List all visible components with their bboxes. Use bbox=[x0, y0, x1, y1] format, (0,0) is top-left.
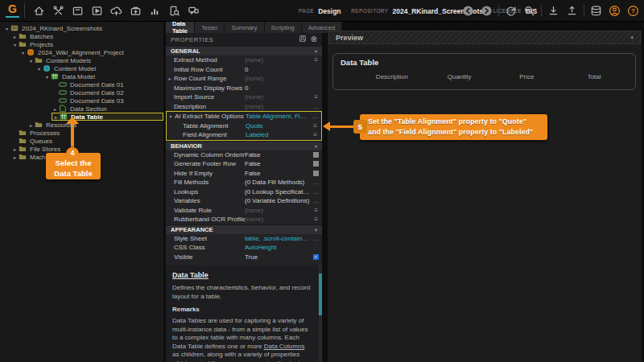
download-icon[interactable] bbox=[547, 4, 560, 18]
checkbox-cell[interactable] bbox=[310, 152, 322, 158]
tree-node[interactable]: ▾2024_Wiki_Alignment_Project bbox=[19, 48, 126, 56]
chevron-right-icon[interactable]: ▸ bbox=[11, 34, 19, 39]
chevron-down-icon[interactable]: ▾ bbox=[315, 227, 317, 232]
tree-node[interactable]: Document Date 02 bbox=[52, 88, 126, 97]
menu-icon[interactable]: ≡ bbox=[310, 93, 322, 101]
property-value[interactable]: 0 bbox=[245, 66, 310, 73]
chat-icon[interactable] bbox=[187, 4, 200, 18]
sidebar-item-document-date-03[interactable]: Document Date 03 bbox=[0, 97, 163, 105]
sidebar-item-data-table[interactable]: ▸Data Table bbox=[0, 113, 163, 121]
property-row-import-source[interactable]: Import Source(none)≡ bbox=[166, 93, 322, 102]
help-scrollbar[interactable] bbox=[319, 265, 322, 362]
sidebar-item-projects[interactable]: ▾Projects bbox=[0, 40, 163, 48]
tab-data-table[interactable]: Data Table bbox=[166, 22, 195, 33]
ellipsis-icon[interactable]: … bbox=[310, 103, 322, 110]
property-row-dynamic-column-ordering[interactable]: Dynamic Column OrderingFalse bbox=[166, 150, 322, 160]
menu-icon[interactable]: ≡ bbox=[310, 216, 322, 223]
batch-archive-icon[interactable] bbox=[71, 4, 85, 18]
checkbox-unchecked[interactable] bbox=[313, 161, 319, 167]
property-row-field-alignment[interactable]: Field AlignmentLabeled≡ bbox=[167, 130, 321, 140]
property-value[interactable]: False bbox=[245, 160, 310, 167]
database-icon[interactable] bbox=[589, 4, 603, 18]
preview-data-table[interactable]: Data Table DescriptionQuantityPriceTotal bbox=[332, 53, 636, 90]
chevron-down-icon[interactable]: ▾ bbox=[43, 74, 51, 80]
chevron-down-icon[interactable]: ▾ bbox=[19, 50, 27, 56]
data-columns-link[interactable]: Data Columns bbox=[264, 343, 305, 350]
chevron-right-icon[interactable]: ▸ bbox=[11, 146, 19, 152]
property-value[interactable]: False bbox=[245, 151, 310, 158]
property-row-row-count-range[interactable]: ▸Row Count Range(none) bbox=[166, 74, 322, 84]
property-value[interactable]: Labeled bbox=[246, 131, 309, 138]
tools-icon[interactable] bbox=[52, 4, 65, 18]
chevron-right-icon[interactable]: ▸ bbox=[11, 154, 19, 160]
back-circle-icon[interactable] bbox=[461, 4, 475, 18]
property-row-extract-method[interactable]: Extract Method(none)≡ bbox=[166, 56, 322, 65]
refresh-icon[interactable] bbox=[504, 4, 518, 18]
property-value[interactable]: AutoHeight bbox=[245, 244, 310, 251]
save-icon[interactable] bbox=[299, 35, 307, 44]
chevron-right-icon[interactable]: ▸ bbox=[52, 114, 60, 120]
chevron-down-icon[interactable]: ▾ bbox=[27, 58, 35, 64]
tree-node[interactable]: Queues bbox=[11, 137, 54, 145]
ellipsis-icon[interactable]: … bbox=[310, 179, 322, 186]
chevron-down-icon[interactable]: ▾ bbox=[3, 26, 10, 31]
property-value[interactable]: 0 bbox=[245, 84, 310, 92]
close-icon[interactable]: ⊗ bbox=[311, 35, 317, 43]
sidebar-item-content-model[interactable]: ▾Content Model bbox=[0, 64, 163, 72]
sidebar-item-2024-wiki-alignment-project[interactable]: ▾2024_Wiki_Alignment_Project bbox=[0, 48, 163, 56]
property-value[interactable]: (0 Data Fill Methods) bbox=[245, 179, 310, 186]
sidebar-item-content-models[interactable]: ▾Content Models bbox=[0, 56, 163, 64]
ellipsis-icon[interactable]: … bbox=[310, 197, 322, 204]
section-header-behavior[interactable]: BEHAVIOR▾ bbox=[166, 141, 322, 150]
menu-icon[interactable]: ≡ bbox=[310, 207, 322, 214]
tree-node[interactable]: ▸Data Section bbox=[52, 105, 109, 113]
property-value[interactable]: True bbox=[245, 253, 310, 261]
property-row-visible[interactable]: VisibleTrue✓ bbox=[166, 253, 322, 262]
property-row-lookups[interactable]: Lookups(0 Lookup Specifications)… bbox=[166, 187, 322, 197]
user-icon[interactable] bbox=[608, 4, 621, 18]
property-value[interactable]: table, .scroll-container (... bbox=[245, 235, 310, 242]
upload-icon[interactable] bbox=[565, 4, 579, 18]
home-icon[interactable] bbox=[32, 4, 46, 18]
checkbox-cell[interactable] bbox=[310, 171, 322, 176]
scrollbar-thumb[interactable] bbox=[319, 274, 322, 315]
property-value[interactable]: (none) bbox=[245, 75, 310, 82]
property-value[interactable]: (none) bbox=[245, 93, 310, 101]
expander-icon[interactable]: ▸ bbox=[166, 76, 174, 81]
property-value[interactable]: (none) bbox=[245, 103, 310, 110]
forward-circle-icon[interactable] bbox=[480, 4, 493, 18]
property-value[interactable]: False bbox=[245, 170, 310, 177]
section-header-appearance[interactable]: APPEARANCE▾ bbox=[166, 224, 322, 234]
sidebar-item-batches[interactable]: ▸Batches bbox=[0, 32, 163, 40]
property-row-initial-row-count[interactable]: Initial Row Count0 bbox=[166, 65, 322, 75]
sidebar-item-processes[interactable]: Processes bbox=[0, 129, 163, 137]
tree-node[interactable]: ▸Batches bbox=[11, 32, 55, 40]
chevron-down-icon[interactable]: ▾ bbox=[630, 35, 634, 41]
sidebar-item-queues[interactable]: Queues bbox=[0, 137, 163, 145]
preview-header[interactable]: Preview ▾ bbox=[328, 31, 641, 44]
property-value[interactable]: (none) bbox=[245, 56, 310, 64]
tree-node[interactable]: ▾2024_RKinard_Screenshots bbox=[3, 24, 104, 32]
property-row-rubberband-ocr-profile[interactable]: Rubberband OCR Profile(none)≡ bbox=[166, 215, 322, 224]
property-row-fill-methods[interactable]: Fill Methods(0 Data Fill Methods)… bbox=[166, 178, 322, 187]
ellipsis-icon[interactable]: … bbox=[309, 113, 321, 120]
section-header-general[interactable]: GENERAL▾ bbox=[166, 46, 322, 56]
property-value[interactable]: Table Alignment, Field Alig... bbox=[246, 113, 309, 120]
property-row-ai-extract-table-options[interactable]: ▾AI Extract Table OptionsTable Alignment… bbox=[167, 112, 321, 121]
checkbox-unchecked[interactable] bbox=[313, 152, 319, 158]
checkbox-cell[interactable]: ✓ bbox=[310, 254, 322, 260]
property-row-generate-footer-row[interactable]: Generate Footer RowFalse bbox=[166, 159, 322, 169]
tree-node[interactable]: ▸File Stores bbox=[11, 145, 62, 153]
menu-icon[interactable]: ≡ bbox=[310, 56, 322, 64]
checkbox-cell[interactable] bbox=[310, 161, 322, 167]
tree-node[interactable]: ▾Content Model bbox=[35, 64, 97, 72]
property-row-variables[interactable]: Variables(0 Variable Definitions)… bbox=[166, 196, 322, 206]
tree-node[interactable]: ▾Data Model bbox=[43, 72, 97, 80]
property-value[interactable]: Quote bbox=[246, 122, 309, 130]
chevron-down-icon[interactable]: ▾ bbox=[35, 66, 43, 72]
ellipsis-icon[interactable]: … bbox=[310, 188, 322, 195]
property-row-description[interactable]: Description(none)… bbox=[166, 102, 322, 112]
property-value[interactable]: (0 Variable Definitions) bbox=[245, 197, 310, 204]
chevron-right-icon[interactable]: ▸ bbox=[27, 122, 35, 128]
checkbox-unchecked[interactable] bbox=[313, 171, 319, 176]
